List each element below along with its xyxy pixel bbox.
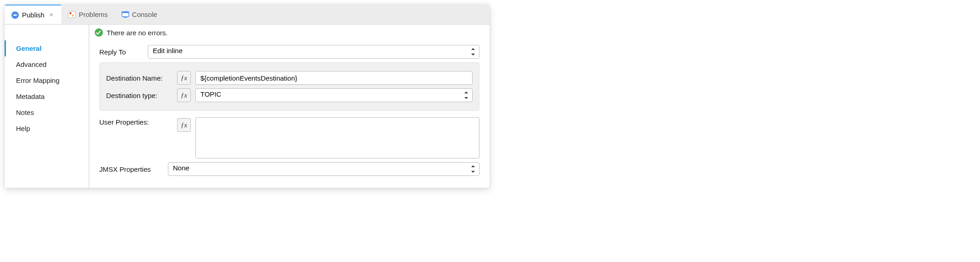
sidebar-item-metadata[interactable]: Metadata — [5, 88, 89, 104]
user-properties-label: User Properties: — [99, 118, 172, 126]
row-destination-name: Destination Name: ƒx — [106, 71, 473, 85]
fx-button[interactable]: ƒx — [177, 88, 191, 102]
sidebar-item-notes[interactable]: Notes — [5, 104, 89, 120]
reply-to-select[interactable]: Edit inline — [148, 45, 479, 59]
sidebar-item-help[interactable]: Help — [5, 120, 89, 136]
svg-rect-7 — [124, 17, 127, 18]
svg-point-4 — [72, 14, 74, 16]
tab-problems[interactable]: Problems — [61, 5, 114, 24]
tab-problems-label: Problems — [79, 11, 108, 18]
sidebar-item-general[interactable]: General — [5, 40, 89, 56]
row-user-properties: User Properties: ƒx — [99, 117, 479, 158]
tab-publish[interactable]: Publish × — [5, 5, 61, 24]
reply-to-label: Reply To — [99, 48, 143, 56]
svg-rect-6 — [122, 11, 129, 13]
row-reply-to: Reply To Edit inline — [99, 45, 479, 59]
status-message: There are no errors. — [107, 29, 167, 37]
publish-icon — [11, 11, 19, 19]
svg-rect-2 — [68, 11, 75, 18]
fx-button[interactable]: ƒx — [177, 71, 191, 85]
sidebar-item-label: Notes — [16, 109, 34, 116]
success-icon — [95, 28, 103, 37]
user-properties-textarea[interactable] — [195, 117, 479, 158]
sidebar-item-advanced[interactable]: Advanced — [5, 56, 89, 72]
problems-icon — [68, 11, 76, 19]
sidebar-item-label: Error Mapping — [16, 76, 59, 84]
destination-type-select[interactable]: TOPIC — [195, 88, 473, 102]
tab-console-label: Console — [132, 11, 157, 18]
tabbar: Publish × Problems Console — [5, 5, 490, 25]
destination-name-input[interactable] — [195, 71, 473, 85]
svg-rect-1 — [13, 14, 17, 16]
tab-console[interactable]: Console — [115, 5, 164, 24]
destination-type-select-wrap: TOPIC — [195, 88, 473, 102]
sidebar-item-label: Metadata — [16, 93, 45, 100]
sidebar-item-label: General — [16, 44, 42, 52]
reply-to-select-wrap: Edit inline — [148, 45, 479, 59]
form-area: Reply To Edit inline Destination Name: ƒ… — [89, 39, 490, 184]
sidebar: General Advanced Error Mapping Metadata … — [5, 25, 89, 188]
status-bar: There are no errors. — [89, 25, 490, 39]
jmsx-properties-select-wrap: None — [168, 162, 479, 176]
close-icon[interactable]: × — [48, 12, 54, 18]
svg-point-3 — [70, 12, 71, 14]
destination-type-value: TOPIC — [200, 90, 221, 98]
destination-group: Destination Name: ƒx Destination type: ƒ… — [99, 62, 479, 111]
console-icon — [121, 11, 129, 19]
editor-body: General Advanced Error Mapping Metadata … — [5, 25, 490, 188]
jmsx-properties-select[interactable]: None — [168, 162, 479, 176]
jmsx-properties-value: None — [173, 164, 189, 172]
destination-name-label: Destination Name: — [106, 74, 172, 82]
editor-window: Publish × Problems Console — [5, 5, 490, 188]
reply-to-value: Edit inline — [153, 47, 183, 55]
row-destination-type: Destination type: ƒx TOPIC — [106, 88, 473, 102]
sidebar-item-label: Help — [16, 125, 30, 132]
sidebar-item-error-mapping[interactable]: Error Mapping — [5, 72, 89, 88]
main-panel: There are no errors. Reply To Edit inlin… — [89, 25, 490, 188]
fx-button[interactable]: ƒx — [177, 118, 191, 132]
destination-type-label: Destination type: — [106, 92, 172, 99]
row-jmsx-properties: JMSX Properties None — [99, 162, 479, 176]
sidebar-item-label: Advanced — [16, 60, 47, 68]
jmsx-properties-label: JMSX Properties — [99, 165, 163, 173]
tab-publish-label: Publish — [22, 11, 44, 19]
